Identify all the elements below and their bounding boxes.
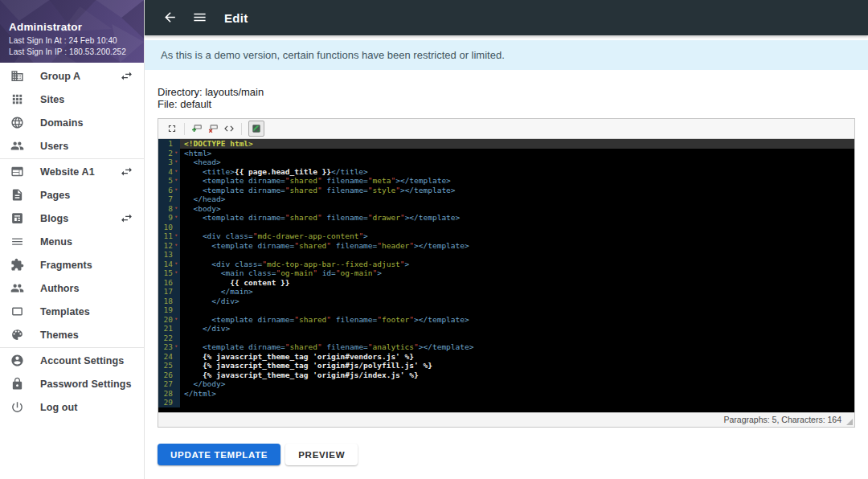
line-content bbox=[180, 250, 854, 260]
sidebar-item-pages[interactable]: Pages bbox=[0, 183, 144, 207]
code-line-22[interactable]: 22 bbox=[158, 334, 854, 343]
code-line-16[interactable]: 16 {{ content }} bbox=[158, 278, 854, 288]
sidebar-item-domains[interactable]: Domains bbox=[0, 111, 144, 134]
code-line-8[interactable]: 8▾ <body> bbox=[158, 204, 854, 214]
fold-arrow-icon[interactable]: ▾ bbox=[173, 213, 179, 223]
code-line-26[interactable]: 26 {% javascript_theme_tag 'origin#js/in… bbox=[158, 371, 854, 380]
line-content bbox=[180, 398, 854, 407]
hamburger-menu-icon[interactable] bbox=[192, 10, 208, 26]
sidebar-item-authors[interactable]: Authors bbox=[0, 276, 144, 300]
sidebar-item-label: Themes bbox=[40, 330, 134, 341]
line-gutter: 7 bbox=[158, 194, 180, 204]
code-line-9[interactable]: 9▾ <template dirname="shared" filename="… bbox=[158, 213, 854, 223]
sidebar-item-templates[interactable]: Templates bbox=[0, 300, 144, 323]
sidebar-item-website-a1[interactable]: Website A1 bbox=[0, 160, 144, 183]
fullscreen-icon[interactable] bbox=[164, 121, 180, 137]
code-line-2[interactable]: 2▾<html> bbox=[158, 149, 854, 158]
code-line-10[interactable]: 10 bbox=[158, 223, 854, 232]
code-line-20[interactable]: 20▾ <template dirname="shared" filename=… bbox=[158, 315, 854, 325]
code-line-19[interactable]: 19 bbox=[158, 305, 854, 315]
line-content: <div class="mdc-top-app-bar--fixed-adjus… bbox=[180, 260, 854, 269]
theme-toggle-icon[interactable] bbox=[248, 121, 264, 137]
building-icon bbox=[10, 68, 27, 84]
update-template-button[interactable]: UPDATE TEMPLATE bbox=[158, 444, 280, 465]
line-content: <main class="og-main" id="og-main"> bbox=[180, 268, 854, 278]
fold-arrow-icon[interactable]: ▾ bbox=[173, 186, 179, 195]
fold-arrow-icon[interactable]: ▾ bbox=[173, 204, 179, 214]
sidebar-item-label: Website A1 bbox=[40, 166, 120, 178]
sidebar-menu: Group ASitesDomainsUsersWebsite A1PagesB… bbox=[0, 63, 144, 419]
code-line-25[interactable]: 25 {% javascript_theme_tag 'origin#js/po… bbox=[158, 361, 854, 371]
code-line-29[interactable]: 29 bbox=[158, 398, 854, 407]
code-line-3[interactable]: 3▾ <head> bbox=[158, 158, 854, 167]
fold-arrow-icon[interactable]: ▾ bbox=[173, 158, 179, 167]
line-number: 15 bbox=[164, 268, 173, 278]
sidebar-item-label: Authors bbox=[40, 283, 134, 294]
code-line-5[interactable]: 5▾ <template dirname="shared" filename="… bbox=[158, 176, 854, 186]
fold-arrow-icon[interactable]: ▾ bbox=[173, 167, 179, 177]
code-line-12[interactable]: 12▾ <template dirname="shared" filename=… bbox=[158, 241, 854, 251]
code-line-7[interactable]: 7 </head> bbox=[158, 194, 854, 204]
code-line-4[interactable]: 4▾ <title>{{ page.head_title }}</title> bbox=[158, 167, 854, 177]
fold-arrow-icon[interactable]: ▾ bbox=[173, 342, 179, 352]
code-line-28[interactable]: 28</html> bbox=[158, 389, 854, 399]
line-content: <template dirname="shared" filename="hea… bbox=[180, 241, 854, 251]
sidebar-item-group-a[interactable]: Group A bbox=[0, 64, 144, 88]
sidebar-item-users[interactable]: Users bbox=[0, 134, 144, 158]
line-content bbox=[180, 223, 854, 232]
preview-button[interactable]: PREVIEW bbox=[285, 444, 358, 465]
tag-remove-icon[interactable] bbox=[205, 121, 221, 137]
code-line-13[interactable]: 13 bbox=[158, 250, 854, 260]
code-line-6[interactable]: 6▾ <template dirname="shared" filename="… bbox=[158, 186, 854, 195]
sidebar-item-password-settings[interactable]: Password Settings bbox=[0, 372, 144, 395]
sidebar-item-sites[interactable]: Sites bbox=[0, 88, 144, 111]
code-line-18[interactable]: 18 </div> bbox=[158, 297, 854, 306]
sidebar-item-label: Templates bbox=[40, 306, 134, 317]
code-line-24[interactable]: 24 {% javascript_theme_tag 'origin#vendo… bbox=[158, 352, 854, 362]
line-gutter: 22 bbox=[158, 334, 180, 343]
sidebar-item-fragments[interactable]: Fragments bbox=[0, 253, 144, 276]
code-line-21[interactable]: 21 </div> bbox=[158, 324, 854, 334]
blog-icon bbox=[10, 211, 27, 227]
sidebar-item-blogs[interactable]: Blogs bbox=[0, 207, 144, 230]
sidebar-item-account-settings[interactable]: Account Settings bbox=[0, 349, 144, 372]
people-icon bbox=[10, 280, 27, 297]
sidebar-item-log-out[interactable]: Log out bbox=[0, 395, 144, 419]
line-number: 21 bbox=[164, 324, 173, 334]
fold-arrow-icon[interactable]: ▾ bbox=[173, 268, 179, 278]
swap-horizontal-icon[interactable] bbox=[120, 165, 134, 179]
code-line-11[interactable]: 11▾ <div class="mdc-drawer-app-content"> bbox=[158, 231, 854, 241]
sidebar-divider bbox=[0, 158, 144, 159]
swap-horizontal-icon[interactable] bbox=[120, 69, 134, 84]
code-line-27[interactable]: 27 </body> bbox=[158, 379, 854, 389]
demo-notice-text: As this is a demo version, certain funct… bbox=[161, 49, 505, 61]
swap-horizontal-icon[interactable] bbox=[120, 211, 134, 226]
fold-arrow-icon[interactable]: ▾ bbox=[173, 176, 179, 186]
topbar: Edit bbox=[145, 0, 868, 35]
code-line-14[interactable]: 14▾ <div class="mdc-top-app-bar--fixed-a… bbox=[158, 260, 854, 269]
line-number: 24 bbox=[164, 352, 173, 362]
code-line-17[interactable]: 17 </main> bbox=[158, 287, 854, 297]
sidebar-item-label: Password Settings bbox=[40, 379, 134, 390]
fold-arrow-icon[interactable]: ▾ bbox=[173, 260, 179, 269]
code-line-23[interactable]: 23▾ <template dirname="shared" filename=… bbox=[158, 342, 854, 352]
fold-arrow-icon[interactable]: ▾ bbox=[173, 241, 179, 251]
toolbar-separator bbox=[184, 123, 185, 135]
back-arrow-icon[interactable] bbox=[162, 10, 178, 26]
fold-arrow-icon[interactable]: ▾ bbox=[173, 149, 179, 158]
code-area[interactable]: 1<!DOCTYPE html>2▾<html>3▾ <head>4▾ <tit… bbox=[158, 139, 854, 412]
code-line-15[interactable]: 15▾ <main class="og-main" id="og-main"> bbox=[158, 268, 854, 278]
tag-insert-icon[interactable] bbox=[189, 121, 205, 137]
sidebar-item-menus[interactable]: Menus bbox=[0, 230, 144, 253]
source-code-icon[interactable] bbox=[221, 121, 237, 137]
line-gutter: 25 bbox=[158, 361, 180, 371]
resize-grip[interactable] bbox=[846, 419, 853, 425]
toolbar-separator bbox=[241, 123, 242, 135]
sidebar-item-themes[interactable]: Themes bbox=[0, 323, 144, 346]
sidebar-item-label: Fragments bbox=[40, 260, 134, 271]
fold-arrow-icon[interactable]: ▾ bbox=[173, 231, 179, 241]
code-line-1[interactable]: 1<!DOCTYPE html> bbox=[158, 139, 854, 149]
fold-arrow-icon[interactable]: ▾ bbox=[173, 315, 179, 325]
sidebar-item-label: Log out bbox=[40, 402, 134, 413]
line-gutter: 17 bbox=[158, 287, 180, 297]
